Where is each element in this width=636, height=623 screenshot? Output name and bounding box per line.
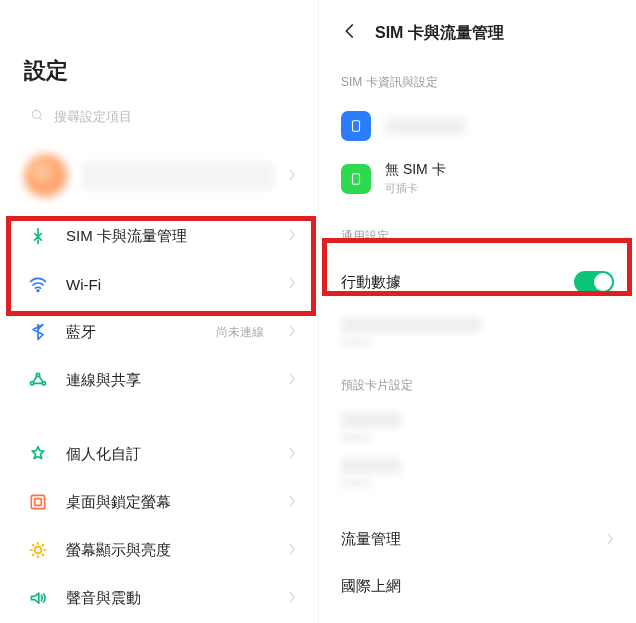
settings-pane: 設定 搜尋設定項目 SIM 卡與流量管理 Wi-Fi xyxy=(0,0,318,623)
menu-label: SIM 卡與流量管理 xyxy=(66,227,270,246)
roaming-label: 國際上網 xyxy=(341,577,614,596)
share-icon xyxy=(28,370,48,390)
svg-point-2 xyxy=(37,290,39,292)
avatar xyxy=(24,154,68,198)
chevron-right-icon xyxy=(288,167,296,185)
blurred-row xyxy=(319,309,636,355)
menu-item-bluetooth[interactable]: 藍牙 尚未連線 xyxy=(0,308,318,356)
menu-status: 尚未連線 xyxy=(216,324,264,341)
menu-item-display[interactable]: 螢幕顯示與亮度 xyxy=(0,526,318,574)
wifi-icon xyxy=(28,274,48,294)
personalize-icon xyxy=(28,444,48,464)
chevron-right-icon xyxy=(288,541,296,559)
menu-label: 螢幕顯示與亮度 xyxy=(66,541,270,560)
menu-label: 藍牙 xyxy=(66,323,198,342)
menu-label: 聲音與震動 xyxy=(66,589,270,608)
lockscreen-icon xyxy=(28,492,48,512)
chevron-right-icon xyxy=(288,445,296,463)
traffic-management-row[interactable]: 流量管理 xyxy=(319,516,636,563)
brightness-icon xyxy=(28,540,48,560)
chevron-right-icon xyxy=(288,493,296,511)
blurred-row xyxy=(319,450,636,496)
sim-chip-icon xyxy=(341,164,371,194)
search-icon xyxy=(30,108,44,126)
sound-icon xyxy=(28,588,48,608)
back-icon[interactable] xyxy=(341,22,359,44)
roaming-row[interactable]: 國際上網 xyxy=(319,563,636,610)
svg-point-8 xyxy=(35,547,42,554)
sim-subtitle: 可插卡 xyxy=(385,181,614,196)
svg-rect-6 xyxy=(31,495,44,508)
page-title: 設定 xyxy=(0,0,318,104)
chevron-right-icon xyxy=(288,589,296,607)
chevron-right-icon xyxy=(288,371,296,389)
traffic-label: 流量管理 xyxy=(341,530,606,549)
chevron-right-icon xyxy=(288,323,296,341)
section-label-sim: SIM 卡資訊與設定 xyxy=(319,52,636,101)
svg-rect-9 xyxy=(353,121,360,132)
mobile-data-label: 行動數據 xyxy=(341,273,574,292)
menu-item-sim[interactable]: SIM 卡與流量管理 xyxy=(0,212,318,260)
chevron-right-icon xyxy=(288,275,296,293)
sim-title: 無 SIM 卡 xyxy=(385,161,614,179)
menu-item-personal[interactable]: 個人化自訂 xyxy=(0,430,318,478)
svg-point-0 xyxy=(32,110,40,118)
sim-slot-2[interactable]: 無 SIM 卡 可插卡 xyxy=(319,151,636,206)
blurred-row xyxy=(319,404,636,450)
menu-label: Wi-Fi xyxy=(66,276,270,293)
menu-label: 桌面與鎖定螢幕 xyxy=(66,493,270,512)
section-label-default: 預設卡片設定 xyxy=(319,355,636,404)
section-label-general: 通用設定 xyxy=(319,206,636,255)
chevron-right-icon xyxy=(288,227,296,245)
profile-name-blurred xyxy=(82,162,274,190)
menu-item-lockscreen[interactable]: 桌面與鎖定螢幕 xyxy=(0,478,318,526)
divider xyxy=(0,404,318,430)
search-row[interactable]: 搜尋設定項目 xyxy=(0,104,318,140)
svg-line-1 xyxy=(39,117,41,119)
detail-header: SIM 卡與流量管理 xyxy=(319,0,636,52)
svg-rect-7 xyxy=(35,499,42,506)
sim-icon xyxy=(28,226,48,246)
sim-slot-1[interactable] xyxy=(319,101,636,151)
search-placeholder: 搜尋設定項目 xyxy=(54,108,132,126)
sim-chip-icon xyxy=(341,111,371,141)
chevron-right-icon xyxy=(606,531,614,549)
detail-pane: SIM 卡與流量管理 SIM 卡資訊與設定 無 SIM 卡 可插卡 通用設定 行… xyxy=(318,0,636,623)
mobile-data-row[interactable]: 行動數據 xyxy=(319,255,636,309)
profile-row[interactable] xyxy=(0,140,318,212)
menu-item-tether[interactable]: 連線與共享 xyxy=(0,356,318,404)
detail-title: SIM 卡與流量管理 xyxy=(375,23,504,44)
menu-label: 個人化自訂 xyxy=(66,445,270,464)
menu-item-wifi[interactable]: Wi-Fi xyxy=(0,260,318,308)
svg-rect-10 xyxy=(353,173,360,184)
bluetooth-icon xyxy=(28,322,48,342)
mobile-data-toggle[interactable] xyxy=(574,271,614,293)
menu-label: 連線與共享 xyxy=(66,371,270,390)
menu-item-sound[interactable]: 聲音與震動 xyxy=(0,574,318,622)
menu-list: SIM 卡與流量管理 Wi-Fi 藍牙 尚未連線 連線與共享 xyxy=(0,212,318,622)
sim-title-blurred xyxy=(385,118,465,134)
